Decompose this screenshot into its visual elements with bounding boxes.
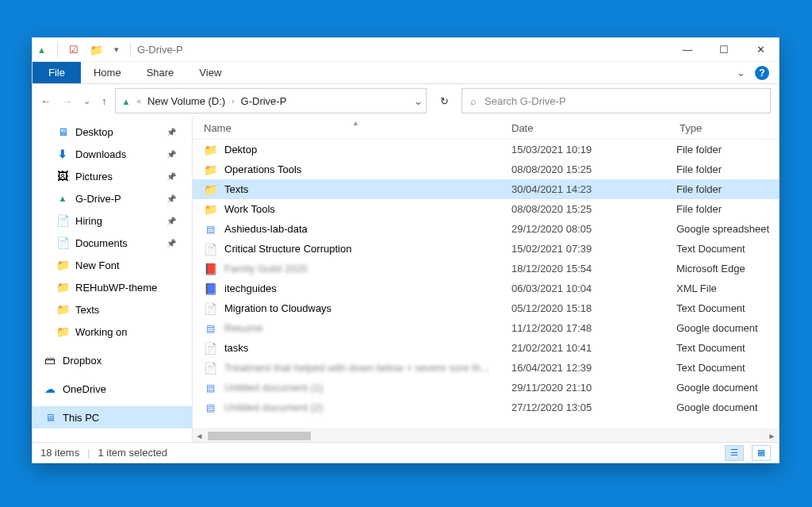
quick-access-toolbar: ☑ ▾ bbox=[37, 43, 131, 57]
table-row[interactable]: Critical Structure Corruption15/02/2021 … bbox=[193, 239, 779, 259]
maximize-button[interactable]: ☐ bbox=[706, 38, 742, 62]
thumbnails-view-button[interactable]: ▦ bbox=[752, 445, 771, 461]
scroll-right-icon[interactable]: ► bbox=[765, 432, 779, 440]
table-row[interactable]: Family Guild 202018/12/2020 15:54Microso… bbox=[193, 259, 779, 278]
sidebar-item[interactable]: Working on bbox=[33, 321, 192, 343]
text-icon bbox=[204, 342, 216, 355]
sidebar-item[interactable]: New Font bbox=[33, 254, 192, 276]
pdf-icon bbox=[204, 263, 216, 275]
minimize-button[interactable]: — bbox=[669, 38, 706, 62]
net-icon bbox=[44, 440, 56, 442]
separator: | bbox=[87, 447, 90, 459]
sidebar-item[interactable]: Desktop bbox=[33, 121, 192, 143]
table-row[interactable]: Resume11/12/2020 17:48Google document bbox=[193, 318, 779, 338]
sidebar-onedrive[interactable]: OneDrive bbox=[33, 378, 192, 400]
folder-icon bbox=[204, 183, 216, 196]
tab-share[interactable]: Share bbox=[134, 62, 187, 83]
column-name[interactable]: Name ▲ bbox=[193, 122, 511, 134]
chevron-right-icon[interactable]: › bbox=[232, 97, 234, 106]
column-type[interactable]: Type bbox=[676, 122, 779, 134]
table-row[interactable]: Dektop15/03/2021 10:19File folder bbox=[193, 140, 779, 159]
file-type: File folder bbox=[676, 163, 779, 175]
table-row[interactable]: tasks21/02/2021 10:41Text Document bbox=[193, 338, 779, 358]
sidebar-group-label: Network bbox=[63, 440, 101, 443]
file-type: Text Document bbox=[676, 243, 779, 255]
table-row[interactable]: Treatment that helped with down below + … bbox=[193, 358, 779, 378]
sidebar-network[interactable]: Network bbox=[33, 435, 192, 442]
window-title: G-Drive-P bbox=[137, 44, 183, 56]
file-pane: Name ▲ Date Type Dektop15/03/2021 10:19F… bbox=[193, 117, 779, 442]
file-type: Google document bbox=[676, 401, 779, 413]
chevron-icon[interactable]: « bbox=[136, 97, 141, 106]
file-name: Untitled document (1) bbox=[224, 382, 511, 394]
sidebar-this-pc[interactable]: This PC bbox=[33, 406, 192, 428]
sidebar-item-label: REHubWP-theme bbox=[75, 282, 157, 294]
tab-file[interactable]: File bbox=[33, 62, 81, 83]
separator bbox=[130, 43, 131, 57]
sidebar-item[interactable]: Hiring bbox=[33, 209, 192, 232]
table-row[interactable]: Untitled document (2)27/12/2020 13:05Goo… bbox=[193, 398, 779, 417]
sidebar-group-label: Dropbox bbox=[63, 355, 102, 367]
file-explorer-window: ☑ ▾ G-Drive-P — ☐ ✕ File Home Share View… bbox=[32, 37, 779, 463]
column-date[interactable]: Date bbox=[511, 122, 676, 134]
file-date: 29/11/2020 21:10 bbox=[511, 382, 676, 394]
address-dropdown-icon[interactable]: ⌄ bbox=[414, 95, 423, 107]
properties-icon[interactable]: ☑ bbox=[69, 44, 79, 56]
folder-icon bbox=[204, 144, 216, 156]
ribbon-collapse-icon[interactable]: ⌄ bbox=[737, 67, 745, 83]
navigation-pane[interactable]: DesktopDownloadsPicturesG-Drive-PHiringD… bbox=[33, 117, 193, 442]
sidebar-dropbox[interactable]: Dropbox bbox=[33, 349, 192, 371]
file-list[interactable]: Dektop15/03/2021 10:19File folderOperati… bbox=[193, 140, 779, 428]
nav-up-icon[interactable]: ↑ bbox=[102, 95, 107, 107]
sidebar-item[interactable]: Downloads bbox=[33, 143, 192, 165]
file-name: Operations Tools bbox=[224, 163, 511, 175]
scroll-left-icon[interactable]: ◄ bbox=[193, 432, 206, 440]
search-box[interactable]: ⌕ Search G-Drive-P bbox=[462, 88, 771, 113]
sidebar-item[interactable]: G-Drive-P bbox=[33, 187, 192, 209]
table-row[interactable]: Operations Tools08/08/2020 15:25File fol… bbox=[193, 159, 779, 179]
sidebar-item[interactable]: Texts bbox=[33, 298, 192, 321]
details-view-button[interactable]: ☰ bbox=[725, 445, 744, 461]
breadcrumb-seg[interactable]: G-Drive-P bbox=[241, 95, 287, 107]
nav-back-icon[interactable]: ← bbox=[40, 95, 51, 107]
help-icon[interactable]: ? bbox=[755, 66, 769, 80]
breadcrumb-seg[interactable]: New Volume (D:) bbox=[147, 95, 225, 107]
separator bbox=[57, 43, 58, 57]
table-row[interactable]: Migration to Cloudways05/12/2020 15:18Te… bbox=[193, 298, 779, 318]
horizontal-scrollbar[interactable]: ◄ ► bbox=[193, 428, 779, 442]
navigation-row: ← → ⌄ ↑ « New Volume (D:) › G-Drive-P ⌄ … bbox=[33, 84, 779, 117]
sidebar-item[interactable]: REHubWP-theme bbox=[33, 276, 192, 298]
desk-icon bbox=[56, 125, 69, 138]
folder-icon bbox=[56, 325, 69, 338]
file-date: 05/12/2020 15:18 bbox=[511, 302, 676, 314]
file-date: 27/12/2020 13:05 bbox=[511, 401, 676, 413]
nav-forward-icon[interactable]: → bbox=[62, 95, 72, 107]
file-type: Text Document bbox=[676, 362, 779, 374]
tab-home[interactable]: Home bbox=[81, 62, 134, 83]
sidebar-item-label: G-Drive-P bbox=[75, 193, 121, 205]
folder-icon bbox=[204, 163, 216, 176]
refresh-icon[interactable]: ↻ bbox=[435, 95, 454, 107]
new-folder-icon[interactable] bbox=[90, 44, 103, 56]
file-type: File folder bbox=[676, 144, 779, 156]
chevron-down-icon[interactable]: ▾ bbox=[114, 44, 119, 55]
nav-recent-icon[interactable]: ⌄ bbox=[83, 96, 90, 106]
explorer-body: DesktopDownloadsPicturesG-Drive-PHiringD… bbox=[33, 117, 779, 442]
sidebar-item[interactable]: Pictures bbox=[33, 165, 192, 187]
table-row[interactable]: itechguides06/03/2021 10:04XML File bbox=[193, 278, 779, 298]
file-type: XML File bbox=[676, 282, 779, 294]
table-row[interactable]: Ashiedus-lab-data29/12/2020 08:05Google … bbox=[193, 219, 779, 239]
table-row[interactable]: Untitled document (1)29/11/2020 21:10Goo… bbox=[193, 378, 779, 398]
table-row[interactable]: Texts30/04/2021 14:23File folder bbox=[193, 179, 779, 199]
address-bar[interactable]: « New Volume (D:) › G-Drive-P ⌄ bbox=[115, 88, 427, 113]
sidebar-item[interactable]: Documents bbox=[33, 232, 192, 254]
search-placeholder: Search G-Drive-P bbox=[485, 95, 566, 107]
tab-view[interactable]: View bbox=[186, 62, 234, 83]
sidebar-item-label: Pictures bbox=[75, 171, 113, 182]
close-button[interactable]: ✕ bbox=[742, 38, 779, 62]
file-type: Text Document bbox=[676, 302, 779, 314]
file-date: 11/12/2020 17:48 bbox=[511, 322, 676, 334]
scroll-thumb[interactable] bbox=[208, 432, 311, 440]
table-row[interactable]: Work Tools08/08/2020 15:25File folder bbox=[193, 199, 779, 219]
ribbon-tabs: File Home Share View ⌄ ? bbox=[33, 62, 779, 84]
